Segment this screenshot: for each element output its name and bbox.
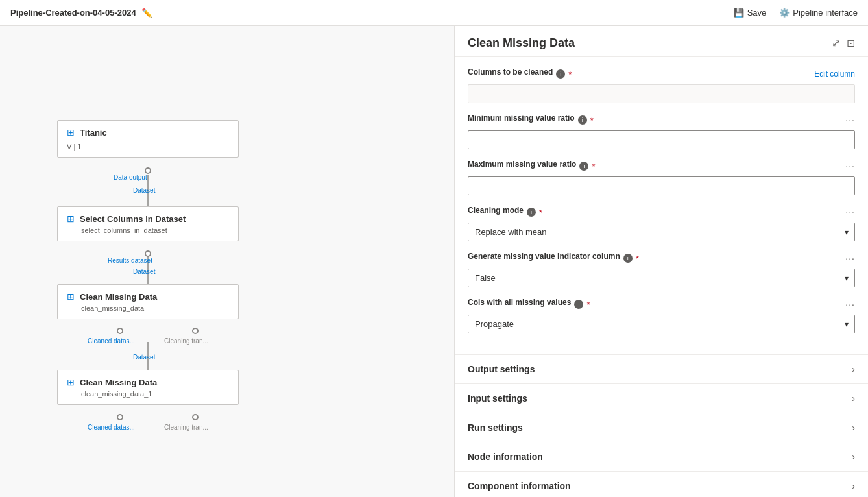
input-settings-section[interactable]: Input settings › — [455, 383, 868, 413]
edit-title-icon[interactable]: ✏️ — [141, 8, 152, 18]
min-missing-ratio-group: Minimum missing value ratio i * ··· 0.0 — [468, 114, 855, 149]
cleaning-mode-more-options[interactable]: ··· — [845, 207, 855, 217]
min-missing-label: Minimum missing value ratio — [468, 114, 575, 123]
max-missing-input[interactable]: 1.0 — [468, 176, 855, 195]
edit-column-link[interactable]: Edit column — [814, 69, 855, 79]
clean-missing-1-header: ⊞ Clean Missing Data — [67, 291, 229, 302]
save-button[interactable]: 💾 Save — [734, 8, 767, 18]
select-columns-title: Select Columns in Dataset — [80, 214, 186, 224]
node-information-section[interactable]: Node information › — [455, 442, 868, 471]
cleaned-datas1-label: Cleaned datas... — [88, 337, 135, 345]
max-missing-label-left: Maximum missing value ratio i * — [468, 160, 595, 173]
pipeline-interface-button[interactable]: ⚙️ Pipeline interface — [779, 8, 858, 18]
node-titanic[interactable]: ⊞ Titanic V | 1 — [57, 120, 239, 158]
panel-body: Columns to be cleaned i * Edit column Co… — [455, 57, 868, 354]
generate-indicator-select[interactable]: False True — [468, 269, 855, 287]
clean-missing-1-title: Clean Missing Data — [80, 292, 157, 302]
min-missing-input[interactable]: 0.0 — [468, 130, 855, 149]
clean-missing-2-title: Clean Missing Data — [80, 378, 157, 387]
canvas-area[interactable]: ⊞ Titanic V | 1 Data output Dataset ⊞ Se… — [0, 26, 454, 497]
cleaning-mode-select[interactable]: Replace with mean Replace with median Re… — [468, 223, 855, 241]
node-clean-missing-2[interactable]: ⊞ Clean Missing Data clean_missing_data_… — [57, 370, 239, 405]
dock-icon[interactable]: ⊡ — [847, 37, 855, 49]
min-missing-info-icon[interactable]: i — [578, 115, 587, 125]
panel-header-icons: ⤢ ⊡ — [832, 37, 855, 49]
clean2-cleaned-dot[interactable] — [117, 414, 123, 420]
select-columns-icon: ⊞ — [67, 213, 75, 224]
clean1-cleaning-dot[interactable] — [192, 328, 199, 334]
max-missing-info-icon[interactable]: i — [579, 162, 588, 171]
cols-all-missing-label: Cols with all missing values — [468, 298, 571, 307]
save-icon: 💾 — [734, 8, 744, 18]
max-missing-ratio-group: Maximum missing value ratio i * ··· 1.0 — [468, 160, 855, 195]
max-missing-label: Maximum missing value ratio — [468, 160, 576, 169]
input-settings-chevron: › — [852, 393, 855, 404]
min-missing-more-options[interactable]: ··· — [845, 115, 855, 125]
dataset1-label: Dataset — [133, 187, 155, 194]
titanic-node-version: V | 1 — [67, 140, 229, 151]
run-settings-section[interactable]: Run settings › — [455, 413, 868, 442]
top-bar-right: 💾 Save ⚙️ Pipeline interface — [734, 8, 858, 18]
cols-all-missing-group: Cols with all missing values i * ··· Pro… — [468, 298, 855, 333]
run-settings-label: Run settings — [468, 422, 523, 433]
top-bar-left: Pipeline-Created-on-04-05-2024 ✏️ — [10, 8, 152, 18]
columns-info-icon[interactable]: i — [556, 69, 565, 79]
cols-all-missing-info-icon[interactable]: i — [574, 300, 583, 309]
input-settings-label: Input settings — [468, 393, 527, 404]
data-output-label: Data output — [114, 174, 147, 181]
generate-indicator-group: Generate missing value indicator column … — [468, 252, 855, 287]
columns-label: Columns to be cleaned — [468, 67, 553, 77]
pipeline-title: Pipeline-Created-on-04-05-2024 — [10, 8, 136, 18]
titanic-node-title: Titanic — [80, 128, 107, 138]
clean2-cleaning-dot[interactable] — [192, 414, 199, 420]
cleaning-tran1-label: Cleaning tran... — [164, 337, 208, 345]
dataset3-label: Dataset — [133, 354, 155, 361]
component-information-chevron: › — [852, 481, 855, 491]
generate-indicator-required-star: * — [636, 254, 639, 263]
cleaning-mode-label-left: Cleaning mode i * — [468, 206, 542, 219]
output-settings-section[interactable]: Output settings › — [455, 354, 868, 383]
node-select-columns[interactable]: ⊞ Select Columns in Dataset select_colum… — [57, 206, 239, 241]
right-panel-title: Clean Missing Data — [468, 36, 575, 50]
canvas-svg — [0, 26, 454, 497]
cleaning-mode-info-icon[interactable]: i — [527, 208, 536, 217]
clean1-cleaned-dot[interactable] — [117, 328, 123, 334]
clean-missing-1-icon: ⊞ — [67, 291, 75, 302]
clean-missing-2-icon: ⊞ — [67, 377, 75, 387]
node-clean-missing-1[interactable]: ⊞ Clean Missing Data clean_missing_data — [57, 284, 239, 319]
cleaning-mode-select-wrapper: Replace with mean Replace with median Re… — [468, 223, 855, 241]
titanic-output-dot[interactable] — [145, 167, 151, 174]
run-settings-chevron: › — [852, 422, 855, 433]
generate-indicator-select-wrapper: False True ▾ — [468, 269, 855, 287]
cols-all-missing-required-star: * — [586, 300, 590, 309]
right-panel-header: Clean Missing Data ⤢ ⊡ — [455, 26, 868, 57]
columns-input[interactable]: Column names: Age — [468, 84, 855, 103]
generate-indicator-label: Generate missing value indicator column — [468, 252, 620, 261]
titanic-node-icon: ⊞ — [67, 127, 75, 138]
node-information-chevron: › — [852, 452, 855, 462]
select-columns-output-dot[interactable] — [145, 250, 151, 257]
generate-indicator-row-header: Generate missing value indicator column … — [468, 252, 855, 265]
output-settings-label: Output settings — [468, 364, 535, 374]
generate-indicator-more-options[interactable]: ··· — [845, 253, 855, 263]
cols-all-missing-label-left: Cols with all missing values i * — [468, 298, 590, 311]
max-missing-more-options[interactable]: ··· — [845, 161, 855, 171]
expand-icon[interactable]: ⤢ — [832, 37, 840, 49]
cleaning-tran2-label: Cleaning tran... — [164, 424, 208, 431]
cols-all-missing-select[interactable]: Propagate Remove — [468, 315, 855, 333]
cleaning-mode-group: Cleaning mode i * ··· Replace with mean … — [468, 206, 855, 241]
node-titanic-header: ⊞ Titanic — [67, 127, 229, 138]
node-information-label: Node information — [468, 452, 543, 462]
columns-field-row-header: Columns to be cleaned i * Edit column — [468, 67, 855, 80]
min-missing-label-left: Minimum missing value ratio i * — [468, 114, 594, 127]
select-columns-subtitle: select_columns_in_dataset — [67, 226, 229, 234]
generate-indicator-info-icon[interactable]: i — [623, 254, 633, 263]
component-information-section[interactable]: Component information › — [455, 471, 868, 497]
results-dataset-label: Results dataset — [108, 257, 152, 264]
max-missing-row-header: Maximum missing value ratio i * ··· — [468, 160, 855, 173]
cleaning-mode-required-star: * — [539, 208, 542, 217]
max-missing-required-star: * — [592, 162, 595, 171]
cols-all-missing-more-options[interactable]: ··· — [845, 299, 855, 309]
columns-label-left: Columns to be cleaned i * — [468, 67, 572, 80]
clean-missing-1-subtitle: clean_missing_data — [67, 304, 229, 312]
